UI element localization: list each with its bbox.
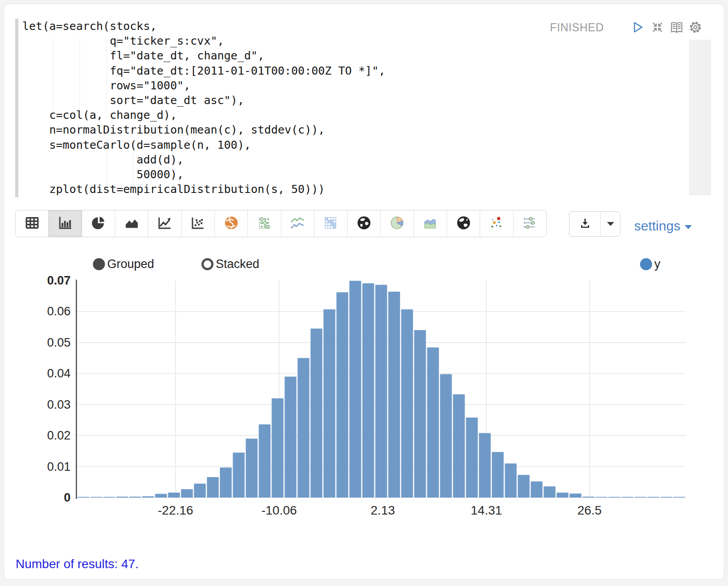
bar[interactable] bbox=[103, 497, 115, 498]
multi-line-chart-icon bbox=[289, 215, 305, 233]
bar[interactable] bbox=[233, 452, 244, 498]
chevron-down-icon bbox=[607, 222, 614, 226]
collapse-icon[interactable] bbox=[650, 20, 665, 34]
x-tick-label: 14.31 bbox=[471, 503, 502, 517]
chart-type-area-chart-button[interactable] bbox=[115, 210, 148, 237]
bar[interactable] bbox=[168, 493, 180, 498]
download-button[interactable] bbox=[569, 212, 601, 236]
bar[interactable] bbox=[362, 283, 374, 498]
chart-type-stacked-area-chart-button[interactable] bbox=[414, 210, 447, 237]
y-tick-label: 0.06 bbox=[47, 305, 71, 318]
bar[interactable] bbox=[297, 358, 309, 498]
bar[interactable] bbox=[272, 398, 283, 498]
settings-label: settings bbox=[634, 218, 680, 234]
x-tick-label: 26.5 bbox=[577, 503, 602, 517]
bar[interactable] bbox=[595, 497, 607, 498]
download-icon bbox=[578, 217, 592, 232]
bubble-matrix-icon bbox=[256, 215, 272, 233]
bar[interactable] bbox=[194, 484, 205, 498]
bar[interactable] bbox=[608, 497, 620, 498]
bar[interactable] bbox=[673, 497, 685, 498]
bar[interactable] bbox=[647, 497, 659, 498]
code-editor[interactable]: let(a=search(stocks, q="ticker_s:cvx", f… bbox=[22, 19, 385, 197]
bar[interactable] bbox=[155, 494, 167, 498]
chart-type-table-button[interactable] bbox=[16, 210, 48, 237]
chart-type-bubble-matrix-button[interactable] bbox=[247, 210, 280, 237]
chart-type-globe-dark-button[interactable] bbox=[347, 210, 380, 237]
y-tick-label: 0.03 bbox=[47, 398, 71, 411]
editor-scrollbar[interactable] bbox=[689, 40, 711, 195]
chart-type-multi-line-chart-button[interactable] bbox=[281, 210, 314, 237]
y-tick-label: 0.05 bbox=[47, 336, 71, 349]
download-options-button[interactable] bbox=[601, 212, 620, 236]
bar[interactable] bbox=[129, 497, 141, 498]
chevron-down-icon bbox=[685, 225, 692, 229]
chart-type-bar-chart-button[interactable] bbox=[48, 210, 81, 237]
levels-icon bbox=[522, 215, 538, 233]
settings-link[interactable]: settings bbox=[634, 218, 692, 234]
bar[interactable] bbox=[116, 497, 128, 498]
chart-type-globe-orange-button[interactable] bbox=[214, 210, 247, 237]
bar[interactable] bbox=[556, 493, 568, 498]
bar[interactable] bbox=[401, 310, 413, 498]
bar[interactable] bbox=[440, 374, 452, 498]
chart-type-heatmap-button[interactable] bbox=[314, 210, 347, 237]
bar[interactable] bbox=[375, 285, 387, 498]
bar[interactable] bbox=[336, 292, 348, 498]
bar[interactable] bbox=[505, 464, 516, 498]
chart-type-pie-chart-pastel-button[interactable] bbox=[380, 210, 413, 237]
bar[interactable] bbox=[414, 330, 426, 498]
bar[interactable] bbox=[142, 496, 154, 498]
bar[interactable] bbox=[582, 497, 594, 498]
area-chart-icon bbox=[124, 215, 140, 233]
chart-type-line-chart-button[interactable] bbox=[148, 210, 181, 237]
bar[interactable] bbox=[621, 497, 633, 498]
gear-icon[interactable] bbox=[688, 20, 703, 34]
globe-dark-2-icon bbox=[456, 215, 472, 233]
chart-type-globe-dark-2-button[interactable] bbox=[447, 210, 480, 237]
chart-type-scatter-plot-button[interactable] bbox=[181, 210, 214, 237]
scatter-plot-icon bbox=[190, 215, 206, 233]
bar[interactable] bbox=[90, 497, 102, 498]
bar[interactable] bbox=[634, 497, 646, 498]
bar[interactable] bbox=[569, 494, 581, 498]
run-play-icon[interactable] bbox=[631, 20, 645, 34]
bar[interactable] bbox=[310, 329, 322, 498]
bar[interactable] bbox=[259, 424, 270, 498]
bar[interactable] bbox=[544, 486, 555, 498]
bar[interactable] bbox=[323, 310, 335, 498]
bar[interactable] bbox=[660, 497, 672, 498]
bar[interactable] bbox=[492, 452, 503, 498]
bar[interactable] bbox=[246, 439, 257, 498]
bar[interactable] bbox=[349, 281, 361, 498]
bar[interactable] bbox=[466, 418, 477, 498]
heatmap-icon bbox=[322, 215, 339, 233]
bar[interactable] bbox=[453, 394, 464, 498]
bar[interactable] bbox=[479, 433, 490, 498]
bar[interactable] bbox=[388, 292, 400, 498]
bar[interactable] bbox=[518, 475, 529, 498]
bar[interactable] bbox=[285, 377, 296, 498]
editor-gutter bbox=[15, 19, 18, 197]
chart-type-scatter-color-button[interactable] bbox=[480, 210, 513, 237]
stacked-area-chart-icon bbox=[422, 215, 438, 233]
bar[interactable] bbox=[181, 489, 192, 498]
globe-dark-icon bbox=[356, 215, 372, 233]
bar[interactable] bbox=[77, 497, 89, 498]
chart-type-levels-button[interactable] bbox=[513, 210, 546, 237]
x-tick-label: 2.13 bbox=[371, 503, 395, 517]
y-tick-label: 0.07 bbox=[47, 274, 71, 287]
book-icon[interactable] bbox=[669, 20, 684, 35]
x-tick-label: -22.16 bbox=[158, 503, 193, 517]
bar[interactable] bbox=[531, 481, 542, 498]
chart-type-toolbar bbox=[15, 210, 547, 237]
y-tick-label: 0.02 bbox=[47, 429, 71, 442]
bar[interactable] bbox=[427, 347, 439, 498]
chart-type-pie-chart-button[interactable] bbox=[82, 210, 115, 237]
bar[interactable] bbox=[220, 468, 231, 498]
paragraph-status: FINISHED bbox=[546, 21, 604, 34]
y-tick-label: 0 bbox=[64, 491, 71, 504]
results-count-text: Number of results: 47. bbox=[16, 557, 138, 571]
download-split-button bbox=[569, 211, 620, 237]
bar[interactable] bbox=[207, 477, 218, 498]
